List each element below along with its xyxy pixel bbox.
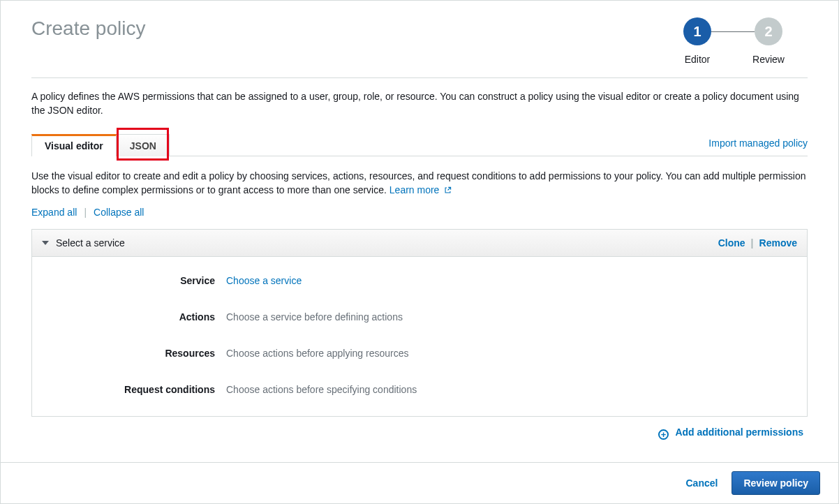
divider bbox=[31, 77, 808, 78]
caret-down-icon bbox=[42, 241, 49, 245]
expand-all-link[interactable]: Expand all bbox=[31, 207, 77, 218]
separator: | bbox=[84, 207, 87, 218]
cancel-button[interactable]: Cancel bbox=[685, 477, 718, 489]
resources-placeholder: Choose actions before applying resources bbox=[226, 348, 409, 359]
wizard-step-editor: 1 Editor bbox=[662, 17, 732, 65]
tab-json[interactable]: JSON bbox=[117, 134, 170, 156]
import-managed-policy-link[interactable]: Import managed policy bbox=[708, 138, 808, 156]
add-additional-permissions-link[interactable]: + Add additional permissions bbox=[658, 427, 803, 440]
visual-editor-description: Use the visual editor to create and edit… bbox=[31, 169, 808, 198]
learn-more-link[interactable]: Learn more bbox=[389, 184, 452, 195]
service-label: Service bbox=[46, 275, 226, 286]
learn-more-text: Learn more bbox=[389, 184, 440, 195]
tab-visual-editor[interactable]: Visual editor bbox=[31, 134, 117, 156]
collapse-all-link[interactable]: Collapse all bbox=[94, 207, 144, 218]
actions-placeholder: Choose a service before defining actions bbox=[226, 311, 403, 323]
conditions-placeholder: Choose actions before specifying conditi… bbox=[226, 384, 417, 395]
plus-circle-icon: + bbox=[658, 429, 669, 440]
wizard-steps: 1 Editor 2 Review bbox=[662, 17, 803, 65]
panel-header[interactable]: Select a service Clone | Remove bbox=[32, 230, 807, 257]
wizard-step-review: 2 Review bbox=[734, 17, 803, 65]
actions-label: Actions bbox=[46, 311, 226, 323]
add-permissions-text: Add additional permissions bbox=[675, 427, 803, 438]
policy-description: A policy defines the AWS permissions tha… bbox=[31, 89, 808, 118]
panel-title: Select a service bbox=[56, 237, 125, 249]
step-circle-2: 2 bbox=[755, 17, 782, 45]
external-link-icon bbox=[444, 186, 452, 194]
step-label-2: Review bbox=[752, 54, 785, 65]
page-title: Create policy bbox=[31, 17, 145, 40]
step-circle-1: 1 bbox=[683, 17, 711, 45]
conditions-label: Request conditions bbox=[46, 384, 226, 395]
resources-label: Resources bbox=[46, 348, 226, 359]
tab-row: Visual editor JSON Import managed policy bbox=[31, 133, 808, 156]
footer-bar: Cancel Review policy bbox=[1, 462, 838, 503]
step-label-1: Editor bbox=[685, 54, 711, 65]
separator: | bbox=[751, 237, 754, 249]
choose-service-link[interactable]: Choose a service bbox=[226, 275, 302, 286]
review-policy-button[interactable]: Review policy bbox=[732, 471, 820, 495]
clone-link[interactable]: Clone bbox=[718, 237, 745, 249]
permission-block-panel: Select a service Clone | Remove Service … bbox=[31, 229, 808, 417]
remove-link[interactable]: Remove bbox=[759, 237, 797, 249]
